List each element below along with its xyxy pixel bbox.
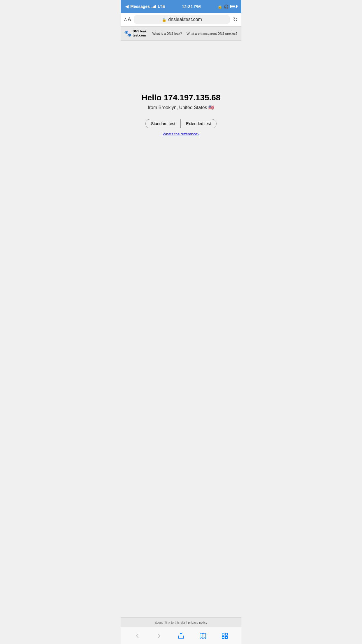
svg-rect-3 [225, 636, 227, 638]
share-button[interactable] [175, 630, 187, 642]
text-size-small[interactable]: A [124, 18, 126, 22]
battery-icon [230, 5, 237, 8]
status-right: 🔒 🎧 [217, 4, 237, 9]
screen-lock-icon: 🔒 [217, 4, 222, 9]
forward-button[interactable] [153, 630, 165, 642]
standard-test-button[interactable]: Standard test [145, 119, 180, 128]
headphones-icon: 🎧 [224, 4, 229, 9]
footer-text: about | link to this site | privacy poli… [155, 621, 208, 624]
share-icon [178, 632, 184, 639]
status-bar: ◀ Messages LTE 12:31 PM 🔒 🎧 [121, 0, 241, 13]
svg-rect-1 [222, 633, 224, 635]
back-icon [134, 632, 141, 639]
svg-rect-4 [222, 636, 224, 638]
logo-icon: 🐾 [124, 30, 131, 37]
site-footer: about | link to this site | privacy poli… [121, 617, 241, 627]
back-arrow-icon: ◀ [125, 4, 129, 9]
whats-difference-link[interactable]: Whats the difference? [163, 132, 199, 136]
bookmarks-button[interactable] [197, 630, 209, 642]
nav-item-dns-leak[interactable]: What is a DNS leak? [150, 31, 184, 36]
tabs-button[interactable] [219, 630, 231, 642]
lock-icon: 🔒 [162, 18, 166, 22]
bookmarks-icon [199, 632, 206, 639]
site-nav: 🐾 DNS leak test.com What is a DNS leak? … [121, 27, 241, 41]
tabs-icon [221, 632, 228, 639]
back-button[interactable] [131, 630, 143, 642]
test-buttons: Standard test Extended test [145, 119, 217, 128]
nav-item-transparent-proxies[interactable]: What are transparent DNS proxies? [184, 31, 240, 36]
site-logo[interactable]: 🐾 DNS leak test.com [124, 29, 147, 37]
address-bar: A A 🔒 dnsleaktest.com ↻ [121, 13, 241, 27]
url-text: dnsleaktest.com [168, 17, 202, 22]
reload-button[interactable]: ↻ [233, 16, 238, 23]
forward-icon [156, 632, 163, 639]
url-bar[interactable]: 🔒 dnsleaktest.com [134, 15, 230, 24]
network-type: LTE [158, 4, 165, 9]
extended-test-button[interactable]: Extended test [180, 119, 217, 128]
location-text: from Brooklyn, United States 🇺🇸 [148, 105, 214, 110]
carrier-label: Messages [130, 4, 150, 9]
text-size-control[interactable]: A A [124, 17, 131, 22]
logo-text: DNS leak test.com [133, 29, 147, 37]
nav-item-fix-leak[interactable]: How to fix a DNS leak [240, 31, 241, 36]
status-time: 12:31 PM [182, 4, 201, 9]
browser-toolbar [121, 627, 241, 644]
status-left: ◀ Messages LTE [125, 4, 165, 9]
main-content: Hello 174.197.135.68 from Brooklyn, Unit… [121, 41, 241, 303]
content-area: Hello 174.197.135.68 from Brooklyn, Unit… [121, 41, 241, 627]
text-size-large[interactable]: A [128, 17, 131, 22]
greeting-heading: Hello 174.197.135.68 [142, 93, 221, 102]
signal-bars [152, 5, 156, 8]
svg-rect-2 [225, 633, 227, 635]
